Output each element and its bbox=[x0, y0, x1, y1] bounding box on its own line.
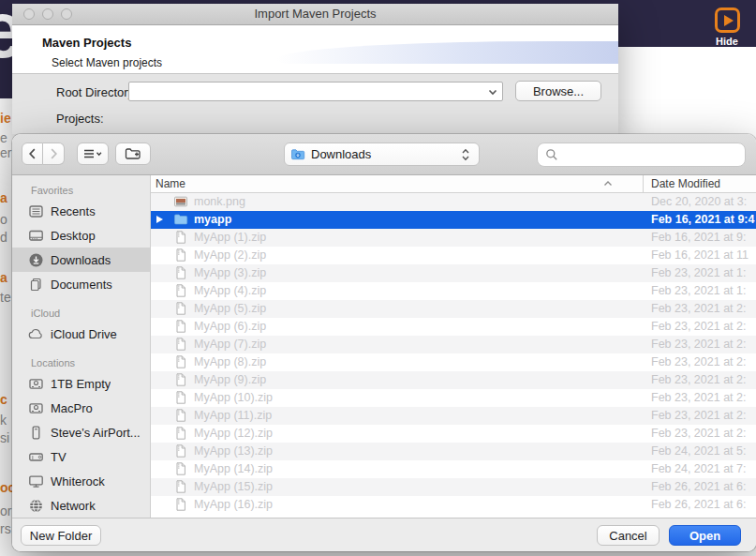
list-header[interactable]: Name Date Modified bbox=[151, 175, 756, 193]
sidebar-item-recents[interactable]: Recents bbox=[12, 199, 150, 223]
wizard-banner-graphic bbox=[276, 41, 618, 64]
background-text-fragment: a bbox=[0, 190, 7, 205]
file-row-myapp-13-zip[interactable]: MyApp (13).zipFeb 24, 2021 at 5: bbox=[151, 443, 756, 460]
column-header-date-modified[interactable]: Date Modified bbox=[651, 177, 720, 190]
file-name: MyApp (10).zip bbox=[194, 391, 273, 404]
file-row-myapp-4-zip[interactable]: MyApp (4).zipFeb 23, 2021 at 1: bbox=[151, 282, 756, 300]
browse-button[interactable]: Browse... bbox=[515, 81, 601, 101]
file-row-myapp-1-zip[interactable]: MyApp (1).zipFeb 16, 2021 at 9: bbox=[151, 229, 756, 247]
file-date-modified: Feb 23, 2021 at 2: bbox=[651, 427, 746, 440]
root-directory-combobox[interactable] bbox=[128, 82, 503, 101]
background-text-fragment: si bbox=[0, 430, 9, 445]
left-strip: ieeeraodatecksiocorrs bbox=[0, 0, 12, 556]
background-text-fragment: er bbox=[0, 145, 11, 160]
sidebar-item-macpro[interactable]: MacPro bbox=[12, 396, 150, 420]
disclosure-triangle-icon[interactable] bbox=[156, 216, 163, 223]
file-date-modified: Dec 20, 2020 at 3: bbox=[651, 195, 747, 208]
file-row-myapp-16-zip[interactable]: MyApp (16).zipFeb 26, 2021 at 6: bbox=[151, 496, 756, 514]
sidebar-item-tv[interactable]: TV bbox=[12, 444, 150, 469]
close-window-button[interactable] bbox=[23, 8, 35, 20]
sidebar-item-label: Network bbox=[51, 499, 96, 513]
hide-welcome-widget[interactable]: Hide bbox=[706, 8, 748, 47]
sidebar-section-header: iCloud bbox=[12, 305, 150, 322]
open-button[interactable]: Open bbox=[669, 525, 741, 546]
search-input[interactable] bbox=[564, 148, 738, 162]
sidebar-item-documents[interactable]: Documents bbox=[12, 272, 150, 296]
chevron-right-icon bbox=[46, 146, 61, 161]
window-controls bbox=[23, 8, 72, 20]
file-name: MyApp (8).zip bbox=[194, 355, 266, 368]
forward-button[interactable] bbox=[43, 143, 65, 165]
sidebar-item-whiterock[interactable]: Whiterock bbox=[12, 469, 150, 493]
sidebar-item-desktop[interactable]: Desktop bbox=[12, 223, 150, 248]
file-date-modified: Feb 24, 2021 at 5: bbox=[651, 444, 746, 458]
list-view-icon bbox=[82, 146, 104, 161]
file-row-myapp-2-zip[interactable]: MyApp (2).zipFeb 16, 2021 at 11 bbox=[151, 247, 756, 264]
file-row-monk-png[interactable]: monk.pngDec 20, 2020 at 3: bbox=[151, 193, 756, 211]
sidebar-item-network[interactable]: Network bbox=[12, 493, 150, 518]
chevron-down-icon[interactable] bbox=[485, 84, 500, 99]
new-folder-toolbar-button[interactable] bbox=[115, 143, 151, 165]
play-icon[interactable] bbox=[715, 8, 740, 33]
zip-file-icon bbox=[173, 248, 188, 263]
new-folder-button[interactable]: New Folder bbox=[21, 525, 101, 546]
root-directory-input[interactable] bbox=[129, 83, 485, 99]
file-name: MyApp (12).zip bbox=[194, 427, 273, 440]
file-date-modified: Feb 26, 2021 at 6: bbox=[651, 498, 746, 511]
cloud-icon bbox=[28, 326, 44, 342]
zip-file-icon bbox=[173, 390, 188, 405]
minimize-window-button[interactable] bbox=[42, 8, 53, 20]
file-row-myapp-9-zip[interactable]: MyApp (9).zipFeb 23, 2021 at 2: bbox=[151, 371, 756, 389]
file-list: monk.pngDec 20, 2020 at 3:myappFeb 16, 2… bbox=[151, 193, 756, 514]
sidebar-item-label: Whiterock bbox=[51, 474, 105, 488]
file-row-myapp-8-zip[interactable]: MyApp (8).zipFeb 23, 2021 at 2: bbox=[151, 353, 756, 371]
file-row-myapp-6-zip[interactable]: MyApp (6).zipFeb 23, 2021 at 2: bbox=[151, 318, 756, 336]
wizard-header: Maven Projects Select Maven projects bbox=[12, 25, 618, 74]
network-icon bbox=[28, 498, 44, 514]
background-text-fragment: c bbox=[0, 392, 7, 407]
downloads-folder-icon bbox=[290, 147, 305, 162]
file-name: MyApp (11).zip bbox=[194, 409, 272, 422]
file-row-myapp-14-zip[interactable]: MyApp (14).zipFeb 24, 2021 at 7: bbox=[151, 460, 756, 478]
background-text-fragment: d bbox=[0, 230, 7, 245]
zip-file-icon bbox=[173, 497, 188, 512]
file-row-myapp-3-zip[interactable]: MyApp (3).zipFeb 23, 2021 at 1: bbox=[151, 264, 756, 282]
column-header-name[interactable]: Name bbox=[156, 177, 185, 190]
sidebar-item-1tb-empty[interactable]: 1TB Empty bbox=[12, 371, 150, 396]
file-date-modified: Feb 23, 2021 at 2: bbox=[651, 302, 746, 315]
view-mode-button[interactable] bbox=[77, 143, 109, 165]
file-row-myapp-12-zip[interactable]: MyApp (12).zipFeb 23, 2021 at 2: bbox=[151, 425, 756, 443]
file-row-myapp-5-zip[interactable]: MyApp (5).zipFeb 23, 2021 at 2: bbox=[151, 300, 756, 318]
search-field[interactable] bbox=[537, 143, 746, 167]
sidebar-item-downloads[interactable]: Downloads bbox=[12, 248, 150, 272]
file-name: MyApp (4).zip bbox=[194, 284, 266, 297]
file-name: MyApp (15).zip bbox=[194, 480, 273, 493]
file-open-sheet: Downloads FavoritesRecentsDesktopDownloa… bbox=[12, 134, 756, 551]
zoom-window-button[interactable] bbox=[61, 8, 72, 20]
sidebar-item-label: TV bbox=[51, 450, 67, 464]
file-name: MyApp (1).zip bbox=[194, 231, 266, 244]
location-popup[interactable]: Downloads bbox=[284, 143, 480, 166]
file-row-myapp-15-zip[interactable]: MyApp (15).zipFeb 26, 2021 at 6: bbox=[151, 478, 756, 496]
back-button[interactable] bbox=[22, 143, 43, 165]
file-date-modified: Feb 23, 2021 at 2: bbox=[651, 320, 746, 333]
sidebar-item-label: Desktop bbox=[51, 229, 96, 243]
zip-file-icon bbox=[173, 372, 188, 387]
documents-icon bbox=[28, 277, 44, 293]
file-row-myapp[interactable]: myappFeb 16, 2021 at 9:4 bbox=[151, 211, 756, 229]
background-text-fragment: ie bbox=[0, 111, 11, 126]
sidebar-item-icloud-drive[interactable]: iCloud Drive bbox=[12, 322, 150, 346]
file-date-modified: Feb 23, 2021 at 2: bbox=[651, 355, 746, 368]
file-row-myapp-7-zip[interactable]: MyApp (7).zipFeb 23, 2021 at 2: bbox=[151, 336, 756, 353]
file-row-myapp-11-zip[interactable]: MyApp (11).zipFeb 23, 2021 at 2: bbox=[151, 407, 756, 425]
tv-icon bbox=[28, 449, 44, 465]
background-text-fragment: te bbox=[0, 290, 11, 305]
zip-file-icon bbox=[173, 408, 188, 423]
background-text-fragment: k bbox=[0, 413, 7, 428]
cancel-button[interactable]: Cancel bbox=[597, 525, 660, 546]
zip-file-icon bbox=[173, 265, 188, 280]
dialog-titlebar[interactable]: Import Maven Projects bbox=[12, 4, 618, 25]
sidebar-item-steve-s-airport[interactable]: Steve's AirPort... bbox=[12, 420, 150, 444]
file-row-myapp-10-zip[interactable]: MyApp (10).zipFeb 23, 2021 at 2: bbox=[151, 389, 756, 407]
zip-file-icon bbox=[173, 426, 188, 441]
